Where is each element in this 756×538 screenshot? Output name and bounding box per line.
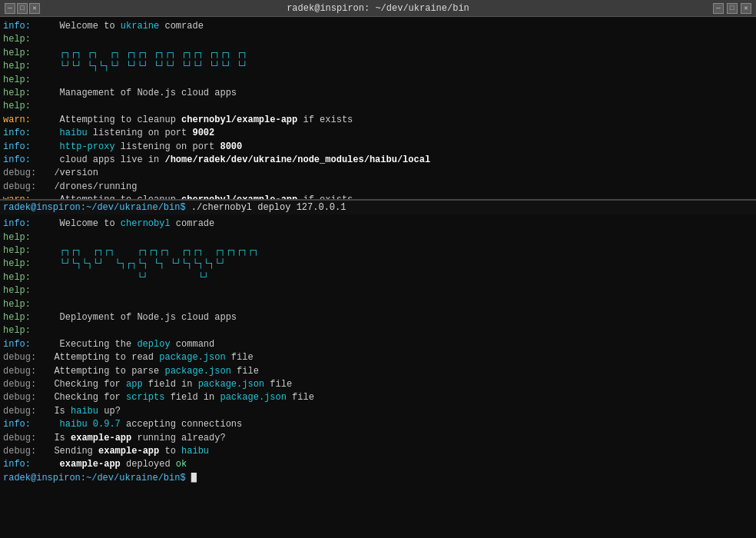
- line-bottom-final-prompt: radek@inspiron:~/dev/ukraine/bin$ █: [3, 472, 753, 485]
- line-bottom-debug-scripts: debug: Checking for scripts field in pac…: [3, 391, 753, 404]
- title-bar-left-controls[interactable]: ─ □ ✕: [5, 3, 40, 14]
- line-bottom-debug-running: debug: Is example-app running already?: [3, 432, 753, 445]
- line-debug-drones: debug: /drones/running: [3, 181, 753, 194]
- line-bottom-debug-sending: debug: Sending example-app to haibu: [3, 445, 753, 458]
- line-help-1: help:: [3, 33, 753, 46]
- line-bottom-ascii-1: help: ┌┐┌┐ ┌┐┌┐ ┌┐┌┐┌┐ ┌┐┌┐ ┌┐┌┐┌┐┌┐: [3, 244, 753, 257]
- line-help-2: help:: [3, 74, 753, 87]
- line-warn-1: warn: Attempting to cleanup chernobyl/ex…: [3, 114, 753, 127]
- terminal-pane-top[interactable]: info: Welcome to ukraine comrade help: h…: [0, 17, 756, 201]
- line-debug-version: debug: /version: [3, 167, 753, 180]
- line-bottom-help-4: help:: [3, 324, 753, 337]
- line-bottom-debug-app: debug: Checking for app field in package…: [3, 378, 753, 391]
- line-bottom-ascii-2: help: └┘└┐└┐└┘ └┐┌┐└┐ └┐ └┘└┐└┐└┐└┘: [3, 257, 753, 271]
- close-button[interactable]: ✕: [29, 3, 40, 14]
- line-bottom-info-accepting: info: haibu 0.9.7 accepting connections: [3, 418, 753, 431]
- line-warn-2: warn: Attempting to cleanup chernobyl/ex…: [3, 194, 753, 201]
- label-help: help:: [3, 33, 43, 46]
- prompt-separator: radek@inspiron:~/dev/ukraine/bin$ ./cher…: [0, 201, 756, 214]
- line-bottom-info-welcome: info: Welcome to chernobyl comrade: [3, 218, 753, 231]
- terminal-pane-bottom[interactable]: info: Welcome to chernobyl comrade help:…: [0, 214, 756, 538]
- line-bottom-info-deployed: info: example-app deployed ok: [3, 458, 753, 471]
- extra-btn-3[interactable]: ✕: [741, 3, 751, 14]
- line-info-cloud: info: cloud apps live in /home/radek/dev…: [3, 154, 753, 167]
- prompt-text: radek@inspiron:~/dev/ukraine/bin$ ./cher…: [3, 202, 346, 213]
- line-info-haibu: info: haibu listening on port 9002: [3, 127, 753, 140]
- line-bottom-debug-read: debug: Attempting to read package.json f…: [3, 351, 753, 364]
- line-bottom-help-deploy: help: Deployment of Node.js cloud apps: [3, 311, 753, 324]
- extra-btn-1[interactable]: ─: [713, 3, 724, 14]
- line-info-welcome: info: Welcome to ukraine comrade: [3, 20, 753, 33]
- terminal-container: info: Welcome to ukraine comrade help: h…: [0, 17, 756, 538]
- line-info-proxy: info: http-proxy listening on port 8000: [3, 141, 753, 154]
- maximize-button[interactable]: □: [17, 3, 28, 14]
- line-bottom-info-exec: info: Executing the deploy command: [3, 338, 753, 351]
- line-bottom-help-3: help:: [3, 298, 753, 311]
- window-title: radek@inspiron: ~/dev/ukraine/bin: [287, 3, 469, 14]
- line-ascii-top-1: help: ┌┐┌┐ ┌┐ ┌┐ ┌┐┌┐ ┌┐┌┐ ┌┐┌┐ ┌┐┌┐ ┌┐: [3, 47, 753, 60]
- minimize-button[interactable]: ─: [5, 3, 15, 14]
- line-bottom-help-2: help:: [3, 284, 753, 297]
- line-bottom-help-1: help:: [3, 231, 753, 244]
- title-bar-right-controls[interactable]: ─ □ ✕: [713, 3, 751, 14]
- extra-btn-2[interactable]: □: [727, 3, 738, 14]
- line-bottom-debug-haibu-up: debug: Is haibu up?: [3, 405, 753, 418]
- line-help-mgmt: help: Management of Node.js cloud apps: [3, 87, 753, 100]
- line-help-3: help:: [3, 100, 753, 113]
- title-bar: ─ □ ✕ radek@inspiron: ~/dev/ukraine/bin …: [0, 0, 756, 17]
- line-bottom-ascii-3: help: └┘ └┘: [3, 271, 753, 284]
- label-info: info:: [3, 20, 43, 33]
- line-ascii-top-2: help: └┘└┘ └┐└┐└┘ └┘└┘ └┘└┘ └┘└┘ └┘└┘ └┘: [3, 60, 753, 73]
- line-bottom-debug-parse: debug: Attempting to parse package.json …: [3, 365, 753, 378]
